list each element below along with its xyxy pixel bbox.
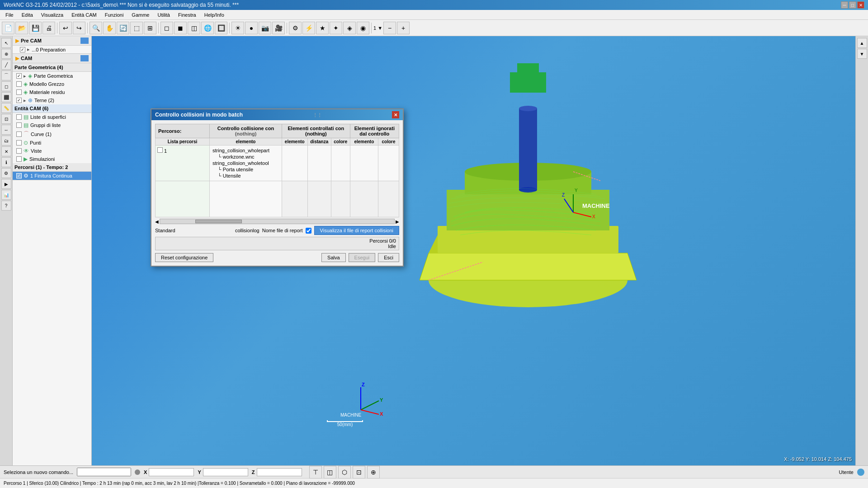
ct-porta[interactable]: └ Porta utensile bbox=[212, 166, 280, 173]
materiale-resid-item[interactable]: ◈ Materiale residu bbox=[13, 88, 91, 96]
tb-print[interactable]: 🖨 bbox=[42, 22, 55, 34]
view-top-btn[interactable]: ⊤ bbox=[309, 466, 322, 479]
view-3d-btn[interactable]: ⬡ bbox=[338, 466, 351, 479]
rt-bottom[interactable]: ▼ bbox=[857, 49, 867, 59]
horizontal-scrollbar[interactable]: ◀ ▶ bbox=[155, 219, 399, 224]
tb-new[interactable]: 📄 bbox=[2, 22, 14, 34]
ct-utensile[interactable]: └ Utensile bbox=[212, 173, 280, 179]
view-fit-btn[interactable]: ⊡ bbox=[353, 466, 365, 479]
finitura-continua-item[interactable]: ⚙ 1 Finitura Continua bbox=[13, 172, 91, 180]
close-btn[interactable]: ✕ bbox=[857, 1, 864, 9]
tb-view2[interactable]: ◼ bbox=[174, 22, 187, 34]
lt-measure[interactable]: 📏 bbox=[1, 103, 11, 113]
menu-visualizza[interactable]: Visualizza bbox=[38, 11, 67, 19]
lt-curve[interactable]: ⌒ bbox=[1, 70, 11, 80]
tb-select[interactable]: ⬚ bbox=[130, 22, 143, 34]
modello-grezzo-item[interactable]: ◈ Modello Grezzo bbox=[13, 80, 91, 88]
menu-entita-cam[interactable]: Entità CAM bbox=[68, 11, 100, 19]
precam-prep-cb[interactable] bbox=[20, 47, 25, 52]
menu-funzioni[interactable]: Funzioni bbox=[101, 11, 127, 19]
lt-layer[interactable]: 🗂 bbox=[1, 136, 11, 145]
precam-preparation[interactable]: ▸ ...0 Preparation bbox=[13, 46, 91, 53]
tb-undo[interactable]: ↩ bbox=[59, 22, 72, 34]
path-item-1[interactable]: 1 bbox=[157, 147, 208, 154]
pti-cb[interactable] bbox=[16, 140, 22, 145]
command-input[interactable] bbox=[77, 468, 131, 476]
lt-sim[interactable]: ▶ bbox=[1, 179, 11, 189]
dialog-close-btn[interactable]: ✕ bbox=[392, 111, 399, 118]
esci-btn[interactable]: Esci bbox=[378, 253, 399, 262]
menu-help[interactable]: Help/Info bbox=[201, 11, 228, 19]
scroll-left-btn[interactable]: ◀ bbox=[155, 219, 159, 224]
tb-cam2[interactable]: 🎥 bbox=[272, 22, 285, 34]
menu-file[interactable]: File bbox=[2, 11, 17, 19]
liste-sup-item[interactable]: ▤ Liste di superfici bbox=[13, 113, 91, 121]
tb-render[interactable]: 🌐 bbox=[201, 22, 214, 34]
lt-transform[interactable]: ↔ bbox=[1, 125, 11, 135]
ct-workzone[interactable]: └ workzone.wnc bbox=[212, 154, 280, 160]
menu-edita[interactable]: Edita bbox=[18, 11, 37, 19]
scroll-track[interactable] bbox=[160, 219, 395, 224]
mg-cb[interactable] bbox=[16, 81, 22, 87]
rt-top[interactable]: ▲ bbox=[857, 38, 867, 48]
path-1-cb[interactable] bbox=[157, 147, 163, 153]
punti-item[interactable]: ⊙ Punti bbox=[13, 139, 91, 147]
minimize-btn[interactable]: ─ bbox=[841, 1, 848, 9]
pg-cb[interactable] bbox=[16, 73, 22, 79]
tb-save[interactable]: 💾 bbox=[29, 22, 42, 34]
lt-point[interactable]: ⊕ bbox=[1, 49, 11, 59]
visualizza-report-btn[interactable]: Visualizza il file di report collisioni bbox=[314, 226, 399, 235]
mr-cb[interactable] bbox=[16, 89, 22, 95]
scroll-right-btn[interactable]: ▶ bbox=[396, 219, 399, 224]
tb-extra3[interactable]: ★ bbox=[316, 22, 329, 34]
terne-cb[interactable] bbox=[16, 98, 22, 103]
si-cb[interactable] bbox=[16, 156, 22, 162]
tb-extra1[interactable]: ⚙ bbox=[289, 22, 302, 34]
tb-wire[interactable]: 🔲 bbox=[215, 22, 227, 34]
lt-cam[interactable]: ⚙ bbox=[1, 168, 11, 178]
lt-snap[interactable]: ⊡ bbox=[1, 114, 11, 124]
lt-surface[interactable]: ◻ bbox=[1, 81, 11, 91]
tb-pan[interactable]: ✋ bbox=[103, 22, 116, 34]
parte-geom-header[interactable]: Parte Geometrica (4) bbox=[13, 63, 91, 72]
tb-redo[interactable]: ↪ bbox=[73, 22, 85, 34]
ct-wholepart[interactable]: string_collision_wholepart bbox=[212, 147, 280, 154]
gr-cb[interactable] bbox=[16, 122, 22, 128]
menu-finestra[interactable]: Finestra bbox=[175, 11, 200, 19]
curve-item[interactable]: ⌒ Curve (1) bbox=[13, 129, 91, 139]
view-front-btn[interactable]: ◫ bbox=[324, 466, 336, 479]
x-input[interactable]: -164.1979mm bbox=[149, 468, 194, 476]
tb-light[interactable]: ☀ bbox=[231, 22, 244, 34]
ls-cb[interactable] bbox=[16, 114, 22, 120]
lt-help[interactable]: ? bbox=[1, 201, 11, 211]
tb-view1[interactable]: ◻ bbox=[160, 22, 173, 34]
tb-plus[interactable]: + bbox=[397, 22, 410, 34]
simul-item[interactable]: ▶ Simulazioni bbox=[13, 155, 91, 163]
maximize-btn[interactable]: □ bbox=[849, 1, 856, 9]
terne-item[interactable]: ▸ ⊕ Terne (2) bbox=[13, 96, 91, 104]
lt-select[interactable]: ↖ bbox=[1, 38, 11, 48]
tb-view3[interactable]: ◫ bbox=[188, 22, 200, 34]
z-input[interactable]: -0.0000mm bbox=[257, 468, 302, 476]
lt-info[interactable]: ℹ bbox=[1, 157, 11, 167]
lt-solid[interactable]: ⬛ bbox=[1, 92, 11, 102]
tb-dark[interactable]: ● bbox=[245, 22, 258, 34]
lt-report[interactable]: 📊 bbox=[1, 190, 11, 200]
tb-open[interactable]: 📂 bbox=[15, 22, 28, 34]
menu-utilita[interactable]: Utilità bbox=[154, 11, 174, 19]
vi-cb[interactable] bbox=[16, 148, 22, 154]
salva-btn[interactable]: Salva bbox=[321, 253, 346, 262]
scroll-thumb[interactable] bbox=[195, 220, 242, 223]
percorsi-header[interactable]: Percorsi (1) - Tempo: 2 bbox=[13, 163, 91, 172]
report-checkbox[interactable] bbox=[306, 228, 311, 234]
lt-line[interactable]: ╱ bbox=[1, 60, 11, 70]
view-extra-btn[interactable]: ⊕ bbox=[367, 466, 380, 479]
parte-geom-item[interactable]: ▸ ◈ Parte Geometrica bbox=[13, 72, 91, 80]
tb-extra5[interactable]: ◈ bbox=[343, 22, 356, 34]
viste-item[interactable]: 👁 Viste bbox=[13, 147, 91, 155]
dialog-resize-handle[interactable]: ⋮⋮ bbox=[313, 113, 322, 117]
esegui-btn[interactable]: Esegui bbox=[349, 253, 376, 262]
tb-zoom[interactable]: 🔍 bbox=[90, 22, 102, 34]
tb-extra4[interactable]: ✦ bbox=[330, 22, 342, 34]
tb-extra2[interactable]: ⚡ bbox=[302, 22, 315, 34]
